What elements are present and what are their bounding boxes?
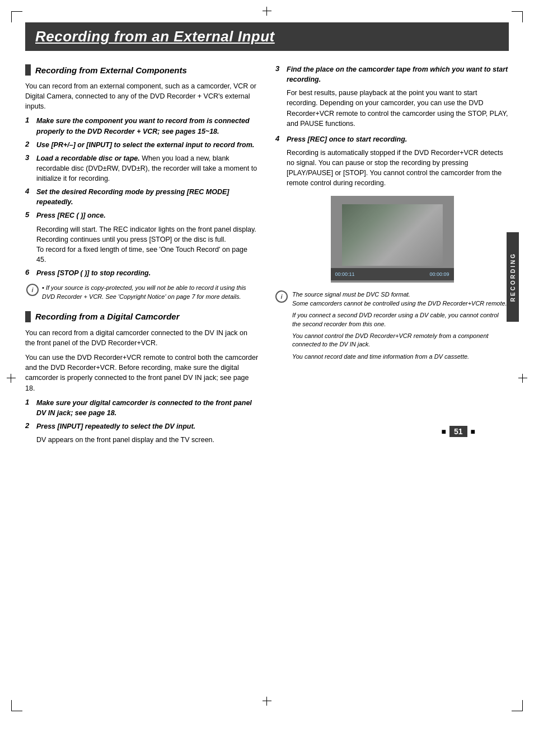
note-line-3: You cannot control the DVD Recorder+VCR … xyxy=(292,332,509,349)
cross-bottom xyxy=(263,697,271,706)
note-line-4: You cannot record date and time informat… xyxy=(292,353,509,361)
corner-bl xyxy=(11,700,22,711)
note-line-1: Some camcorders cannot be controlled usi… xyxy=(292,299,509,308)
cross-right xyxy=(518,374,527,383)
page-number: 51 xyxy=(449,426,467,437)
page-num-bullet: ■ xyxy=(441,427,446,436)
step6-title: Press [STOP ( )] to stop recording. xyxy=(36,269,151,277)
s2-step1-title: Make sure your digital camcorder is conn… xyxy=(36,399,252,417)
camcorder-screen xyxy=(342,204,443,266)
right-step3: 3 Find the place on the camcorder tape f… xyxy=(275,64,509,129)
step1-title: Make sure the component you want to reco… xyxy=(36,117,250,135)
step-num: 3 xyxy=(275,64,283,129)
section2-title: Recording from a Digital Camcorder xyxy=(35,312,180,321)
step5-body3: To record for a fixed length of time, se… xyxy=(36,245,259,265)
step5-body2: Recording continues until you press [STO… xyxy=(36,234,259,245)
step-num: 3 xyxy=(25,153,33,184)
two-column-layout: Recording from External Components You c… xyxy=(25,64,509,448)
section1-intro: You can record from an external componen… xyxy=(25,81,259,111)
step-num: 2 xyxy=(25,421,33,445)
section1-step6: 6 Press [STOP ( )] to stop recording. xyxy=(25,268,259,278)
page-number-area: ■ 51 ■ xyxy=(441,426,475,437)
note-line-2: If you connect a second DVD recorder usi… xyxy=(292,311,509,328)
cross-left xyxy=(7,374,16,383)
step-num: 1 xyxy=(25,398,33,418)
page-content: Recording from an External Input Recordi… xyxy=(25,22,509,448)
right-step4: 4 Press [REC] once to start recording. R… xyxy=(275,134,509,189)
step-num: 1 xyxy=(25,116,33,136)
step5-title: Press [REC ( )] once. xyxy=(36,212,106,219)
recording-tab: RECORDING xyxy=(507,232,519,322)
section1-step4: 4 Set the desired Recording mode by pres… xyxy=(25,187,259,207)
step6-content: Press [STOP ( )] to stop recording. xyxy=(36,268,151,278)
section2-step1: 1 Make sure your digital camcorder is co… xyxy=(25,398,259,418)
right-step4-body: Recording is automatically stopped if th… xyxy=(287,148,509,189)
step4-title: Set the desired Recording mode by pressi… xyxy=(36,188,229,206)
s2-step2-title: Press [INPUT] repeatedly to select the D… xyxy=(36,422,195,430)
section2-header: Recording from a Digital Camcorder xyxy=(25,311,259,322)
right-note-text: The source signal must be DVC SD format.… xyxy=(292,290,509,361)
step3-content: Load a recordable disc or tape. When you… xyxy=(36,153,259,184)
right-step3-title: Find the place on the camcorder tape fro… xyxy=(287,65,508,83)
section1-bar xyxy=(25,64,31,76)
step-num: 4 xyxy=(25,187,33,207)
step4-content: Set the desired Recording mode by pressi… xyxy=(36,187,259,207)
section1-step5: 5 Press [REC ( )] once. Recording will s… xyxy=(25,210,259,265)
step2-content: Use [PR+/–] or [INPUT] to select the ext… xyxy=(36,140,254,150)
section1-title: Recording from External Components xyxy=(35,65,187,75)
step5-content: Press [REC ( )] once. Recording will sta… xyxy=(36,210,259,265)
corner-tl xyxy=(11,11,22,22)
note-line-0: The source signal must be DVC SD format. xyxy=(292,290,509,299)
camcorder-controls: 00:00:11 00:00:09 xyxy=(331,268,454,280)
step5-body: Recording will start. The REC indicator … xyxy=(36,224,259,234)
step-num: 2 xyxy=(25,140,33,150)
right-step3-body: For best results, pause playback at the … xyxy=(287,88,509,129)
section1-note: i • If your source is copy-protected, yo… xyxy=(26,284,259,301)
right-note-box: i The source signal must be DVC SD forma… xyxy=(275,290,509,361)
step3-title: Load a recordable disc or tape. xyxy=(36,154,140,162)
corner-tr xyxy=(512,11,523,22)
step2-title: Use [PR+/–] or [INPUT] to select the ext… xyxy=(36,141,254,149)
right-step4-content: Press [REC] once to start recording. Rec… xyxy=(287,134,509,189)
s2-step1-content: Make sure your digital camcorder is conn… xyxy=(36,398,259,418)
info-icon: i xyxy=(26,284,39,296)
corner-br xyxy=(512,700,523,711)
timecode-left: 00:00:11 xyxy=(335,271,355,277)
title-bar: Recording from an External Input xyxy=(25,22,509,51)
camcorder-image: 00:00:11 00:00:09 xyxy=(331,196,454,283)
info-icon-right: i xyxy=(275,290,288,303)
right-column: 3 Find the place on the camcorder tape f… xyxy=(275,64,509,448)
section1-step3: 3 Load a recordable disc or tape. When y… xyxy=(25,153,259,184)
cross-top xyxy=(263,7,271,16)
section2-bar xyxy=(25,311,31,322)
step-num: 5 xyxy=(25,210,33,265)
section1-header: Recording from External Components xyxy=(25,64,259,76)
s2-step2-content: Press [INPUT] repeatedly to select the D… xyxy=(36,421,214,445)
section1-step1: 1 Make sure the component you want to re… xyxy=(25,116,259,136)
note-text: • If your source is copy-protected, you … xyxy=(42,284,259,301)
right-step3-content: Find the place on the camcorder tape fro… xyxy=(287,64,509,129)
step-num: 4 xyxy=(275,134,283,189)
recording-tab-label: RECORDING xyxy=(510,252,516,302)
section1-step2: 2 Use [PR+/–] or [INPUT] to select the e… xyxy=(25,140,259,150)
page-title: Recording from an External Input xyxy=(35,28,499,45)
right-step4-title: Press [REC] once to start recording. xyxy=(287,135,407,143)
s2-step2-body: DV appears on the front panel display an… xyxy=(36,435,214,445)
step-num: 6 xyxy=(25,268,33,278)
page-num-bullet2: ■ xyxy=(471,427,475,436)
left-column: Recording from External Components You c… xyxy=(25,64,259,448)
section2-intro2: You can use the DVD Recorder+VCR remote … xyxy=(25,353,259,393)
section2-step2: 2 Press [INPUT] repeatedly to select the… xyxy=(25,421,259,445)
timecode-right: 00:00:09 xyxy=(429,271,449,277)
section2-intro1: You can record from a digital camcorder … xyxy=(25,328,259,348)
step1-content: Make sure the component you want to reco… xyxy=(36,116,259,136)
